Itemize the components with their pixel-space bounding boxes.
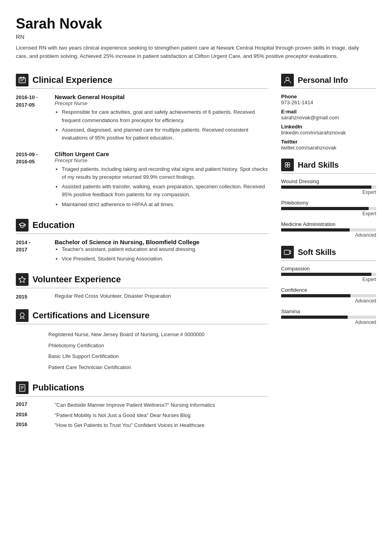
exp-bullet: Maintained strict adherence to HIPAA at … bbox=[62, 201, 268, 209]
candidate-summary: Licensed RN with two years clinical expe… bbox=[16, 44, 360, 61]
volunteer-title: Volunteer Experience bbox=[32, 274, 121, 285]
skill-wound-name: Wound Dressing bbox=[281, 178, 376, 184]
pub-text-2: "Patient Mobility is Not Just a Good Ide… bbox=[55, 411, 190, 419]
edu-date: 2014 -2017 bbox=[16, 239, 48, 264]
skill-wound-fill bbox=[281, 186, 371, 189]
skill-compassion-level: Expert bbox=[281, 277, 376, 282]
skill-confidence: Confidence Advanced bbox=[281, 287, 376, 304]
skill-wound-dressing: Wound Dressing Expert bbox=[281, 178, 376, 195]
skill-wound-level: Expert bbox=[281, 189, 376, 195]
svg-point-12 bbox=[286, 77, 289, 80]
clinical-experience-header: Clinical Experience bbox=[16, 74, 268, 89]
header: Sarah Novak RN Licensed RN with two year… bbox=[16, 16, 376, 60]
certifications-title: Certifications and Licensure bbox=[32, 310, 150, 321]
info-phone-value: 973-261-1414 bbox=[281, 100, 376, 105]
skill-compassion-name: Compassion bbox=[281, 266, 376, 272]
skill-compassion-fill bbox=[281, 273, 371, 276]
skill-medicine-bar bbox=[281, 228, 376, 232]
svg-rect-17 bbox=[284, 250, 289, 255]
edu-bullet: Vice President, Student Nursing Associat… bbox=[62, 255, 268, 263]
personal-info-title: Personal Info bbox=[298, 76, 348, 85]
clinical-icon bbox=[16, 74, 29, 86]
certifications-header: Certifications and Licensure bbox=[16, 309, 268, 324]
svg-marker-6 bbox=[19, 276, 26, 283]
svg-point-7 bbox=[20, 313, 24, 317]
skill-medicine-fill bbox=[281, 228, 350, 232]
edu-bullets: Teacher's assistant, patient education a… bbox=[55, 245, 268, 263]
cert-entry-3: Basic Life Support Certification bbox=[16, 351, 268, 362]
exp-date-newark: 2016-10 -2017-05 bbox=[16, 94, 48, 144]
skill-confidence-level: Advanced bbox=[281, 298, 376, 304]
exp-content-clifton: Clifton Urgent Care Precept Nurse Triage… bbox=[55, 151, 268, 210]
info-linkedin-value: linkedin.com/in/sarahznovak bbox=[281, 130, 376, 136]
vol-description: Regular Red Cross Volunteer, Disaster Pr… bbox=[55, 293, 268, 299]
info-twitter-value: twitter.com/sarahznovak bbox=[281, 145, 376, 151]
personal-info-header: Personal Info bbox=[281, 74, 376, 89]
publications-header: Publications bbox=[16, 381, 268, 396]
left-column: Clinical Experience 2016-10 -2017-05 New… bbox=[16, 74, 268, 438]
exp-employer-clifton: Clifton Urgent Care bbox=[55, 151, 268, 157]
education-section: Education 2014 -2017 Bachelor of Science… bbox=[16, 219, 268, 264]
skill-confidence-bar bbox=[281, 294, 376, 297]
info-linkedin: LinkedIn linkedin.com/in/sarahznovak bbox=[281, 124, 376, 136]
skill-confidence-name: Confidence bbox=[281, 287, 376, 293]
pub-date-1: 2017 bbox=[16, 401, 48, 409]
edu-degree: Bachelor of Science in Nursing, Bloomfie… bbox=[55, 239, 268, 245]
exp-bullet: Assisted patients with transfer, walking… bbox=[62, 183, 268, 199]
certifications-section: Certifications and Licensure Registered … bbox=[16, 309, 268, 373]
exp-entry-newark: 2016-10 -2017-05 Newark General Hospital… bbox=[16, 94, 268, 144]
skill-phlebotomy-bar bbox=[281, 207, 376, 210]
publications-icon bbox=[16, 381, 29, 394]
svg-point-15 bbox=[285, 165, 287, 167]
pub-entry-2: 2016 "Patient Mobility is Not Just a Goo… bbox=[16, 411, 268, 419]
svg-point-14 bbox=[287, 163, 290, 165]
svg-point-16 bbox=[287, 165, 290, 167]
skill-compassion-bar bbox=[281, 273, 376, 276]
skill-medicine-admin: Medicine Administration Advanced bbox=[281, 221, 376, 238]
svg-point-13 bbox=[285, 163, 287, 165]
skill-stamina-bar bbox=[281, 316, 376, 319]
edu-content: Bachelor of Science in Nursing, Bloomfie… bbox=[55, 239, 268, 264]
education-title: Education bbox=[32, 220, 74, 230]
soft-skills-header: Soft Skills bbox=[281, 246, 376, 261]
skill-medicine-level: Advanced bbox=[281, 232, 376, 238]
info-email: E-mail sarahznovak@gmail.com bbox=[281, 109, 376, 121]
exp-bullet: Assessed, diagnosed, and planned care fo… bbox=[62, 126, 268, 142]
soft-skills-title: Soft Skills bbox=[298, 248, 336, 257]
pub-entry-1: 2017 "Can Bedside Manner Improve Patient… bbox=[16, 401, 268, 409]
edu-bullet: Teacher's assistant, patient education a… bbox=[62, 245, 268, 253]
volunteer-icon bbox=[16, 273, 29, 286]
main-layout: Clinical Experience 2016-10 -2017-05 New… bbox=[16, 74, 376, 438]
info-email-label: E-mail bbox=[281, 109, 376, 115]
skill-medicine-name: Medicine Administration bbox=[281, 221, 376, 227]
exp-role-clifton: Precept Nurse bbox=[55, 157, 268, 163]
svg-rect-0 bbox=[19, 78, 25, 83]
volunteer-section: Volunteer Experience 2015 Regular Red Cr… bbox=[16, 273, 268, 300]
hard-skills-icon bbox=[281, 159, 294, 171]
exp-role-newark: Precept Nurse bbox=[55, 100, 268, 106]
pub-date-3: 2016 bbox=[16, 421, 48, 429]
hard-skills-section: Hard Skills Wound Dressing Expert Phlebo… bbox=[281, 159, 376, 238]
cert-entry-4: Patient Care Technician Certification bbox=[16, 362, 268, 373]
resume-page: Sarah Novak RN Licensed RN with two year… bbox=[0, 0, 392, 555]
info-linkedin-label: LinkedIn bbox=[281, 124, 376, 130]
exp-bullet: Triaged patients, including taking and r… bbox=[62, 165, 268, 181]
vol-date: 2015 bbox=[16, 293, 48, 300]
info-twitter-label: Twitter bbox=[281, 139, 376, 145]
right-column: Personal Info Phone 973-261-1414 E-mail … bbox=[281, 74, 376, 438]
skill-phlebotomy-fill bbox=[281, 207, 369, 210]
personal-info-icon bbox=[281, 74, 294, 86]
skill-phlebotomy: Phlebotomy Expert bbox=[281, 200, 376, 216]
skill-phlebotomy-name: Phlebotomy bbox=[281, 200, 376, 206]
skill-stamina-level: Advanced bbox=[281, 320, 376, 325]
exp-entry-clifton: 2015-09 -2016-05 Clifton Urgent Care Pre… bbox=[16, 151, 268, 210]
exp-employer-newark: Newark General Hospital bbox=[55, 94, 268, 100]
candidate-title: RN bbox=[16, 33, 376, 40]
soft-skills-section: Soft Skills Compassion Expert Confidence… bbox=[281, 246, 376, 325]
info-email-value: sarahznovak@gmail.com bbox=[281, 115, 376, 121]
clinical-experience-title: Clinical Experience bbox=[32, 75, 112, 85]
exp-bullet: Responsible for care activities, goal an… bbox=[62, 108, 268, 124]
exp-content-newark: Newark General Hospital Precept Nurse Re… bbox=[55, 94, 268, 144]
exp-bullets-clifton: Triaged patients, including taking and r… bbox=[55, 165, 268, 209]
skill-stamina: Stamina Advanced bbox=[281, 308, 376, 325]
